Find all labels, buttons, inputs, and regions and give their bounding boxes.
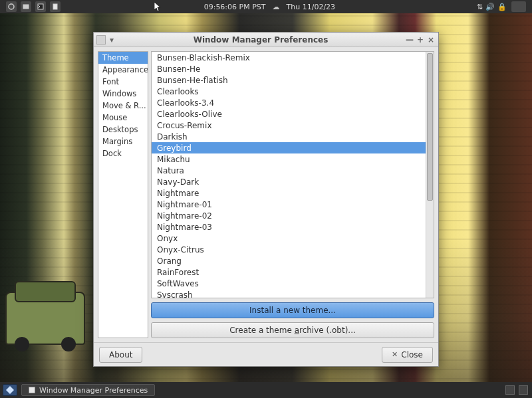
theme-row[interactable]: Bunsen-He xyxy=(152,63,426,74)
taskbar-item-preferences[interactable]: Window Manager Preferences xyxy=(21,384,155,396)
theme-row[interactable]: Natura xyxy=(152,165,426,176)
panel-date: Thu 11/02/23 xyxy=(287,3,336,11)
window-maximize-button[interactable]: + xyxy=(416,35,425,45)
theme-row[interactable]: Darkish xyxy=(152,131,426,142)
scrollbar-thumb[interactable] xyxy=(427,53,433,201)
theme-row[interactable]: Orang xyxy=(152,255,426,266)
panel-menu-icon[interactable] xyxy=(6,1,17,12)
sidebar-item-move-r[interactable]: Move & R... xyxy=(98,100,148,112)
theme-row[interactable]: Nightmare-03 xyxy=(152,221,426,233)
sidebar-item-windows[interactable]: Windows xyxy=(98,88,148,100)
weather-icon[interactable]: ☁ xyxy=(273,3,280,11)
titlebar[interactable]: ▾ Window Manager Preferences — + × xyxy=(94,33,438,47)
sidebar-item-font[interactable]: Font xyxy=(98,76,148,88)
sidebar-item-theme[interactable]: Theme xyxy=(98,52,148,64)
close-button[interactable]: ✕ Close xyxy=(382,347,433,363)
bottom-taskbar: Window Manager Preferences xyxy=(0,382,532,398)
network-icon[interactable]: ⇅ xyxy=(477,3,483,11)
theme-row[interactable]: Greybird xyxy=(152,142,426,153)
svg-rect-3 xyxy=(53,4,57,9)
theme-row[interactable]: Syscrash xyxy=(152,289,426,298)
panel-tray-extra[interactable] xyxy=(511,1,526,12)
panel-editor-icon[interactable] xyxy=(50,1,61,12)
about-label: About xyxy=(109,350,132,359)
sidebar-item-margins[interactable]: Margins xyxy=(98,136,148,148)
show-desktop-icon[interactable] xyxy=(519,385,528,395)
window-shade-button[interactable]: ▾ xyxy=(107,35,116,45)
dialog-footer: About ✕ Close xyxy=(94,342,438,366)
theme-row[interactable]: Clearlooks xyxy=(152,86,426,97)
svg-rect-1 xyxy=(23,5,29,9)
volume-icon[interactable]: 🔊 xyxy=(485,3,495,11)
install-theme-label: Install a new theme... xyxy=(249,306,336,315)
svg-point-0 xyxy=(9,4,14,9)
panel-terminal-icon[interactable] xyxy=(35,1,46,12)
theme-row[interactable]: Nightmare xyxy=(152,187,426,199)
install-theme-button[interactable]: Install a new theme... xyxy=(151,302,434,318)
window-minimize-button[interactable]: — xyxy=(405,35,414,45)
category-sidebar: ThemeAppearanceFontWindowsMove & R...Mou… xyxy=(98,51,148,338)
taskbar-item-icon xyxy=(29,387,35,393)
sidebar-item-mouse[interactable]: Mouse xyxy=(98,112,148,124)
svg-rect-2 xyxy=(38,4,43,9)
window-close-button[interactable]: × xyxy=(426,35,436,45)
top-panel: 09:56:06 PM PST ☁ Thu 11/02/23 ⇅ 🔊 🔒 xyxy=(0,0,532,13)
panel-clock: 09:56:06 PM PST xyxy=(204,3,266,11)
close-icon: ✕ xyxy=(392,350,398,359)
theme-row[interactable]: Nightmare-02 xyxy=(152,210,426,221)
theme-row[interactable]: SoftWaves xyxy=(152,278,426,289)
create-archive-button[interactable]: Create a theme archive (.obt)... xyxy=(151,322,434,338)
theme-row[interactable]: Crocus-Remix xyxy=(152,120,426,131)
theme-row[interactable]: RainForest xyxy=(152,266,426,278)
theme-list[interactable]: Bunsen-Blackish-RemixBunsen-HeBunsen-He-… xyxy=(152,52,426,298)
about-button[interactable]: About xyxy=(99,347,142,363)
sidebar-item-desktops[interactable]: Desktops xyxy=(98,124,148,136)
close-label: Close xyxy=(401,350,423,359)
sidebar-item-appearance[interactable]: Appearance xyxy=(98,64,148,76)
mouse-cursor-icon xyxy=(154,2,162,15)
window-title: Window Manager Preferences xyxy=(116,35,405,45)
taskbar-item-label: Window Manager Preferences xyxy=(39,386,148,395)
workspace-switcher-icon[interactable] xyxy=(505,385,515,395)
sidebar-item-dock[interactable]: Dock xyxy=(98,148,148,159)
start-button[interactable] xyxy=(3,384,17,396)
panel-files-icon[interactable] xyxy=(21,1,31,12)
theme-row[interactable]: Clearlooks-3.4 xyxy=(152,97,426,108)
theme-row[interactable]: Nightmare-01 xyxy=(152,199,426,210)
theme-row[interactable]: Bunsen-He-flatish xyxy=(152,74,426,86)
theme-row[interactable]: Onyx xyxy=(152,233,426,244)
theme-row[interactable]: Onyx-Citrus xyxy=(152,244,426,255)
theme-row[interactable]: Mikachu xyxy=(152,153,426,165)
preferences-window: ▾ Window Manager Preferences — + × Theme… xyxy=(93,32,439,367)
lock-icon[interactable]: 🔒 xyxy=(497,3,507,11)
theme-row[interactable]: Navy-Dark xyxy=(152,176,426,187)
create-archive-label: Create a theme archive (.obt)... xyxy=(229,326,356,335)
theme-row[interactable]: Clearlooks-Olive xyxy=(152,108,426,120)
theme-list-scrollbar[interactable] xyxy=(426,52,434,298)
window-app-icon[interactable] xyxy=(96,35,106,45)
theme-row[interactable]: Bunsen-Blackish-Remix xyxy=(152,52,426,63)
